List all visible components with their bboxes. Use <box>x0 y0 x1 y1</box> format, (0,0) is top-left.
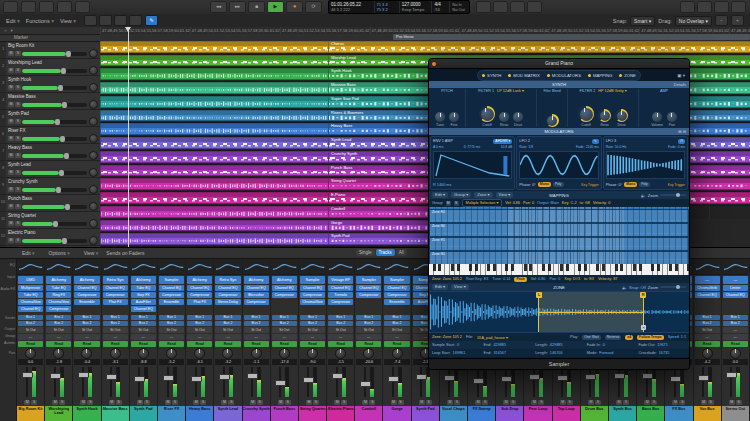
mute-button[interactable]: M <box>475 400 481 405</box>
pan-knob[interactable] <box>335 348 346 359</box>
plugin-tab[interactable]: MAPPING <box>588 73 612 78</box>
solo-button[interactable]: S <box>15 85 21 90</box>
audio-fx-slot[interactable]: Multipressor <box>18 285 43 291</box>
track-name[interactable]: Synth Hook <box>8 77 98 82</box>
plugin-tab[interactable]: SYNTH <box>482 73 501 78</box>
track-name[interactable]: Crunchy Synth <box>8 179 98 184</box>
volume-value[interactable]: -1.1 <box>244 359 269 365</box>
mute-button[interactable]: M <box>250 400 256 405</box>
channel-name-label[interactable]: Sub Drop <box>496 406 523 421</box>
audio-fx-slot[interactable]: Stereo Delay <box>215 299 240 305</box>
audio-fx-slot[interactable]: Compressor <box>272 292 297 298</box>
volume-fader[interactable] <box>670 376 681 382</box>
mute-button[interactable]: M <box>560 400 566 405</box>
volume-slider[interactable] <box>22 171 87 175</box>
pan-knob[interactable] <box>25 348 36 359</box>
lfo2-mono-button[interactable]: Mono <box>538 182 551 187</box>
track-name[interactable]: Massive Bass <box>8 94 98 99</box>
output-slot[interactable]: St Out <box>356 327 381 333</box>
solo-button[interactable]: S <box>482 400 488 405</box>
amp-pan-knob[interactable] <box>667 112 677 122</box>
group-key-high[interactable]: to: G8 <box>580 201 590 205</box>
volume-value[interactable]: -20.6 <box>356 359 381 365</box>
panel-options-icon[interactable]: ▣ ▾ <box>677 73 685 78</box>
volume-value[interactable]: 0.0 <box>723 359 748 365</box>
audio-fx-slot[interactable]: Limiter <box>723 285 748 291</box>
automation-mode-button[interactable]: Read <box>356 341 381 347</box>
send-slot[interactable]: Bus 2 <box>103 321 128 326</box>
volume-fader[interactable] <box>134 376 145 382</box>
instrument-slot[interactable]: — <box>695 276 720 284</box>
pan-knob[interactable] <box>138 348 149 359</box>
region[interactable] <box>100 55 329 67</box>
param-value[interactable]: 0 <box>603 343 605 347</box>
region[interactable] <box>100 151 329 163</box>
audio-fx-slot[interactable]: Tube EQ <box>46 285 71 291</box>
solo-button[interactable]: S <box>59 400 65 405</box>
zone-map[interactable]: Zone E0 Zone B0 Zone E1 Zone B1 <box>429 207 689 264</box>
automation-mode-button[interactable]: Read <box>723 341 748 347</box>
pan-knob[interactable] <box>53 348 64 359</box>
region[interactable] <box>100 41 329 53</box>
solo-button[interactable]: S <box>144 400 150 405</box>
mapping-view-menu[interactable]: View ▾ <box>496 192 514 198</box>
audio-fx-slot[interactable]: Channel EQ <box>695 292 720 298</box>
channel-name-label[interactable]: Heavy Bass <box>186 406 213 421</box>
channel-name-label[interactable]: Gorge <box>383 406 410 421</box>
solo-button[interactable]: S <box>398 400 404 405</box>
track-name[interactable]: Riser FX <box>8 128 98 133</box>
mute-button[interactable]: M <box>588 400 594 405</box>
send-slot[interactable]: Bus 2 <box>328 321 353 326</box>
solo-button[interactable]: S <box>454 400 460 405</box>
solo-button[interactable]: S <box>595 400 601 405</box>
channel-name-label[interactable]: Punch Bass <box>271 406 298 421</box>
mute-button[interactable]: M <box>137 400 143 405</box>
view-tracks-button[interactable]: Tracks <box>376 249 395 256</box>
lfo3-waveform-graph[interactable] <box>606 151 685 179</box>
volume-value[interactable]: -9.0 <box>300 359 325 365</box>
group-slot[interactable]: — <box>384 334 409 340</box>
output-slot[interactable]: St Out <box>103 327 128 333</box>
zone-strip[interactable]: Zone B0 <box>429 223 689 237</box>
instrument-slot[interactable]: Sampler <box>300 276 325 284</box>
solo-button[interactable]: S <box>285 400 291 405</box>
filter1-cutoff-knob[interactable] <box>481 108 494 121</box>
zone-key-high[interactable]: to: E3 <box>584 277 594 281</box>
track-name[interactable]: Punch Bass <box>8 196 98 201</box>
zone-view-menu[interactable]: View ▾ <box>451 284 469 290</box>
mute-button[interactable]: M <box>24 400 30 405</box>
channel-name-label[interactable]: Top Loop <box>553 406 580 421</box>
volume-value[interactable]: 0.0 <box>18 359 43 365</box>
mapping-zoom-slider[interactable] <box>660 194 686 196</box>
pan-knob[interactable] <box>89 49 98 58</box>
channel-name-label[interactable]: Crunchy Synth <box>243 406 270 421</box>
solo-button[interactable]: S <box>567 400 573 405</box>
volume-value[interactable]: -0.4 <box>74 359 99 365</box>
plugin-title-bar[interactable]: Grand Piano <box>429 59 689 69</box>
mute-button[interactable]: M <box>419 400 425 405</box>
zone-tune[interactable]: Tune: 0.14 <box>492 277 510 281</box>
channel-name-label[interactable]: Riser FX <box>158 406 185 421</box>
send-slot[interactable]: Bus 1 <box>328 315 353 320</box>
pan-knob[interactable] <box>89 168 98 177</box>
send-slot[interactable]: Bus 2 <box>74 321 99 326</box>
solo-button[interactable]: S <box>426 400 432 405</box>
group-output[interactable]: Output: Main <box>537 201 559 205</box>
zone-vol[interactable]: Vol: 0.80 <box>531 277 546 281</box>
solo-button[interactable]: S <box>736 400 742 405</box>
group-velocity[interactable]: Velocity: 0 <box>593 201 610 205</box>
audio-fx-slot[interactable]: Tube EQ <box>18 292 43 298</box>
stop-button[interactable]: ■ <box>248 1 265 13</box>
solo-button[interactable]: S <box>510 400 516 405</box>
instrument-slot[interactable]: Sampler <box>159 276 184 284</box>
details-button[interactable]: Details <box>674 81 686 88</box>
audio-fx-slot[interactable]: Compressor <box>74 292 99 298</box>
send-slot[interactable]: Bus 2 <box>356 321 381 326</box>
mute-button[interactable]: M <box>644 400 650 405</box>
send-slot[interactable]: Bus 2 <box>187 321 212 326</box>
instrument-slot[interactable]: Sampler <box>356 276 381 284</box>
track-name[interactable]: Worshiping Lead <box>8 60 98 65</box>
audio-fx-slot[interactable]: Compressor <box>103 292 128 298</box>
pan-knob[interactable] <box>89 134 98 143</box>
eq-thumbnail[interactable] <box>186 259 213 275</box>
